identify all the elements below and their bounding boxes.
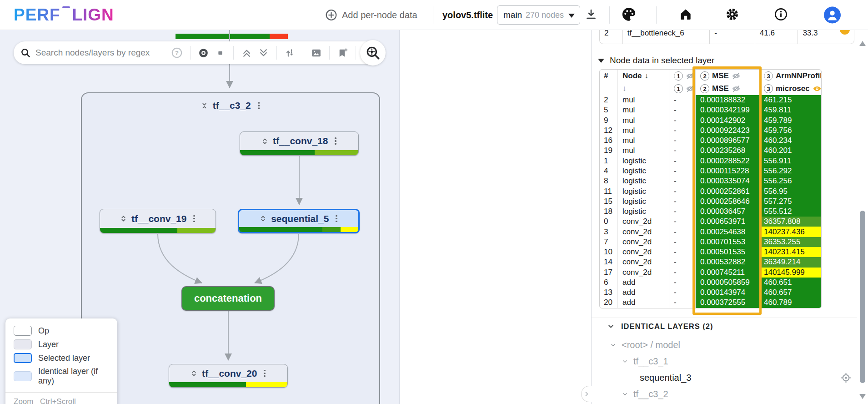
table-row[interactable]: 13add-0.000143974460.657: [600, 288, 821, 298]
cell-value-1: -: [669, 217, 696, 227]
account-button[interactable]: [824, 6, 841, 23]
tree-item-sequential-3[interactable]: sequential_3: [592, 369, 868, 386]
graph-canvas[interactable]: tf__c3_2 tf__conv_18 tf__conv_19: [0, 30, 400, 404]
scroll-down-arrow-icon[interactable]: [859, 394, 866, 399]
table-row[interactable]: 3conv_2d-0.000254638140237.436: [600, 227, 821, 237]
shortcut-action: Zoom: [14, 397, 40, 404]
cell-node-name: logistic: [618, 166, 669, 176]
table-row[interactable]: 10conv_2d-0.000501535140231.415: [600, 247, 821, 257]
col-header-mse[interactable]: 2MSE: [696, 70, 759, 82]
eye-off-icon[interactable]: [686, 84, 695, 93]
col-header-profile[interactable]: 3ArmNNProfile: [759, 70, 822, 82]
node-menu-icon[interactable]: [257, 101, 261, 110]
graph-node-concatenation[interactable]: concatenation: [181, 286, 275, 311]
scroll-up-arrow-icon[interactable]: [859, 41, 866, 46]
chevron-down-icon: [607, 323, 615, 330]
graph-node-tf-conv-19[interactable]: tf__conv_19: [100, 209, 216, 233]
visibility-button[interactable]: [198, 47, 209, 59]
collapse-layer-icon[interactable]: [201, 102, 208, 110]
eye-off-icon[interactable]: [732, 84, 741, 93]
table-row[interactable]: 6add-0.0000505859460.651: [600, 278, 821, 288]
layer-container-header[interactable]: tf__c3_2: [82, 93, 379, 115]
cell-node-index: 0: [600, 217, 618, 227]
node-menu-icon[interactable]: [335, 214, 338, 223]
table-row[interactable]: 9mul-0.000142902459.789: [600, 116, 821, 126]
home-button[interactable]: [678, 7, 693, 23]
cell-mse-value: 0.000745211: [696, 268, 759, 278]
table-row[interactable]: 16mul-0.0000896577460.234: [600, 136, 821, 146]
table-row[interactable]: 12mul-0.0000922423459.756: [600, 126, 821, 136]
scrollbar-thumb[interactable]: [860, 211, 865, 383]
settings-button[interactable]: [725, 7, 740, 23]
table-row[interactable]: 8logistic-0.0000335074556.256: [600, 176, 821, 186]
mse-column-label: MSE: [712, 71, 729, 81]
search-help-button[interactable]: ?: [171, 47, 183, 59]
col-header-unit[interactable]: 3microsec: [759, 82, 822, 95]
table-row[interactable]: 19mul-0.000235268460.201: [600, 146, 821, 156]
graph-selector-dropdown[interactable]: main 270 nodes: [497, 5, 580, 25]
expand-layer-icon[interactable]: [259, 215, 267, 222]
add-per-node-data-button[interactable]: Add per-node data: [325, 9, 417, 21]
section-node-data-header[interactable]: Node data in selected layer: [598, 56, 714, 66]
table-row[interactable]: 1logistic-0.0000288522556.911: [600, 156, 821, 166]
tree-chevron-icon[interactable]: [622, 358, 628, 365]
table-row[interactable]: 0conv_2d-0.00065397136357.808: [600, 217, 821, 227]
graph-legend: OpLayerSelected layerIdentical layer (if…: [5, 318, 117, 404]
table-row[interactable]: 4logistic-0.0000115228556.292: [600, 166, 821, 176]
table-row[interactable]: 5mul-0.0000342199459.811: [600, 105, 821, 115]
zoom-to-selection-button[interactable]: [360, 40, 386, 66]
table-row[interactable]: 15logistic-0.0000258646557.275: [600, 197, 821, 207]
download-button[interactable]: [585, 8, 597, 22]
table-row[interactable]: 17conv_2d-0.000745211140145.999: [600, 268, 821, 278]
eye-on-icon[interactable]: [813, 84, 822, 93]
trace-inputs-outputs-button[interactable]: [284, 47, 296, 59]
table-header-row-1[interactable]: # Node↓ 1 2MSE 3ArmNNProfile: [600, 70, 821, 82]
tree-item-tf-c3-1[interactable]: tf__c3_1: [592, 353, 868, 369]
export-image-button[interactable]: [311, 47, 322, 59]
cell-node-index: 17: [600, 268, 618, 278]
table-row[interactable]: 18logistic-0.000036457555.512: [600, 207, 821, 217]
table-row[interactable]: 2mul-0.000188832461.215: [600, 95, 821, 105]
search-input[interactable]: [35, 48, 168, 58]
table-header-row-2[interactable]: ↓ 1 2MSE 3microsec: [600, 82, 821, 95]
table-row[interactable]: 14conv_2d-0.00053288236349.214: [600, 257, 821, 267]
tree-chevron-icon[interactable]: [610, 342, 617, 348]
theme-palette-button[interactable]: [621, 6, 637, 23]
table-row[interactable]: 11logistic-0.0000252861556.95: [600, 186, 821, 196]
identical-layers-header[interactable]: IDENTICAL LAYERS (2): [607, 322, 713, 331]
expand-panel-button[interactable]: [581, 386, 592, 402]
expand-layer-icon[interactable]: [261, 137, 269, 145]
eye-off-icon[interactable]: [686, 71, 695, 81]
col-header-1[interactable]: 1: [669, 70, 696, 82]
expand-all-layers-button[interactable]: [241, 47, 252, 59]
scrollbar[interactable]: [857, 30, 868, 404]
graph-node-tf-conv-18[interactable]: tf__conv_18: [240, 131, 359, 156]
cell-node-index: 6: [600, 278, 618, 288]
col-header-mse-2[interactable]: 2MSE: [696, 82, 759, 95]
table-row[interactable]: 20add-0.000372555460.789: [600, 298, 821, 308]
col-header-node[interactable]: Node↓: [618, 70, 669, 82]
tree-chevron-icon[interactable]: [622, 391, 628, 398]
tree-item-tf-c3-2[interactable]: tf__c3_2: [592, 386, 868, 402]
tree-item--root-model[interactable]: <root> / model: [592, 337, 868, 353]
cell-node-name: mul: [618, 136, 669, 146]
locate-layer-button[interactable]: [840, 372, 852, 384]
eye-off-icon[interactable]: [732, 71, 741, 81]
collapse-all-layers-button[interactable]: [258, 47, 269, 59]
table-row[interactable]: 7conv_2d-0.00070155336353.255: [600, 237, 821, 247]
graph-node-sequential-5-selected[interactable]: sequential_5: [238, 209, 360, 233]
expand-layer-icon[interactable]: [190, 369, 198, 377]
node-menu-icon[interactable]: [192, 214, 196, 223]
info-button[interactable]: [774, 7, 788, 23]
bookmark-button[interactable]: [337, 47, 348, 59]
col-header-num[interactable]: #: [600, 70, 618, 82]
fit-to-screen-button[interactable]: [215, 47, 226, 59]
node-menu-icon[interactable]: [263, 369, 266, 378]
col-header-node-2[interactable]: ↓: [618, 82, 669, 95]
graph-node-tf-conv-20[interactable]: tf__conv_20: [169, 364, 288, 388]
cell-value-1: -: [669, 247, 696, 257]
col-header-1b[interactable]: 1: [669, 82, 696, 95]
cell-microsec-value: 557.275: [759, 197, 822, 207]
expand-layer-icon[interactable]: [120, 215, 127, 222]
node-menu-icon[interactable]: [334, 136, 337, 146]
